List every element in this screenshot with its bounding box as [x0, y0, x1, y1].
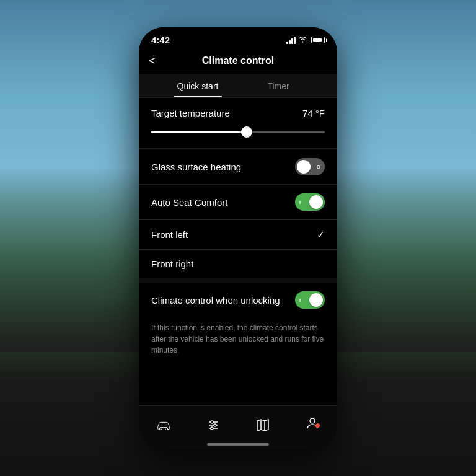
front-right-label: Front right: [151, 258, 193, 269]
temperature-value: 74 °F: [302, 108, 325, 118]
svg-point-1: [165, 427, 168, 430]
front-left-check: ✓: [317, 229, 325, 240]
temperature-slider[interactable]: [151, 126, 325, 138]
phone-frame: 4:42 < Climate control: [139, 27, 337, 449]
slider-thumb[interactable]: [241, 126, 252, 138]
auto-seat-toggle[interactable]: I: [295, 193, 325, 211]
temperature-section: Target temperature 74 °F: [139, 98, 337, 149]
battery-icon: [311, 37, 325, 43]
page-header: < Climate control: [139, 50, 337, 74]
back-button[interactable]: <: [149, 55, 156, 68]
climate-unlocking-toggle[interactable]: I: [295, 291, 325, 309]
svg-point-7: [211, 427, 213, 430]
status-bar: 4:42: [139, 27, 337, 50]
svg-point-5: [211, 421, 213, 423]
toggle-knob-2: [309, 195, 323, 209]
glass-heating-toggle[interactable]: O: [295, 158, 325, 175]
svg-point-0: [160, 427, 162, 430]
toggle-on-label-2: I: [299, 298, 301, 303]
battery-fill: [313, 38, 322, 42]
signal-icon: [286, 37, 296, 44]
nav-item-controls[interactable]: [205, 417, 221, 433]
toggle-off-label: O: [317, 164, 320, 170]
auto-seat-label: Auto Seat Comfort: [151, 197, 227, 208]
home-indicator: [207, 443, 269, 446]
slider-fill: [151, 131, 247, 133]
bottom-nav: [139, 405, 337, 449]
scroll-content: Quick start Timer Target temperature 74 …: [139, 74, 337, 433]
nav-item-profile[interactable]: [304, 415, 320, 435]
toggle-knob: [297, 160, 311, 174]
status-icons: [286, 35, 325, 45]
wifi-icon: [298, 35, 307, 45]
glass-heating-label: Glass surface heating: [151, 162, 241, 172]
slider-track: [151, 131, 325, 133]
section-divider: [139, 278, 337, 283]
toggle-knob-3: [309, 293, 323, 307]
tab-timer[interactable]: Timer: [238, 74, 319, 97]
tabs-container: Quick start Timer: [139, 74, 337, 98]
toggle-on-label: I: [299, 200, 301, 205]
climate-description: If this function is enabled, the climate…: [139, 317, 337, 366]
profile-icon: [304, 415, 320, 431]
climate-unlocking-row: Climate control when unlocking I: [139, 283, 337, 317]
controls-icon: [205, 417, 221, 433]
front-left-row[interactable]: Front left ✓: [139, 220, 337, 249]
glass-heating-row: Glass surface heating O: [139, 149, 337, 184]
map-icon: [255, 417, 271, 433]
front-left-label: Front left: [151, 229, 188, 240]
climate-unlocking-label: Climate control when unlocking: [151, 295, 280, 306]
svg-point-11: [310, 418, 315, 423]
status-time: 4:42: [151, 35, 170, 45]
auto-seat-row: Auto Seat Comfort I: [139, 185, 337, 219]
nav-item-map[interactable]: [255, 417, 271, 433]
svg-point-6: [214, 424, 216, 426]
temperature-label: Target temperature: [151, 108, 230, 118]
notification-badge: [315, 423, 320, 428]
nav-item-car[interactable]: [156, 417, 172, 433]
front-right-row[interactable]: Front right: [139, 250, 337, 278]
temperature-row: Target temperature 74 °F: [151, 108, 325, 118]
car-icon: [156, 417, 172, 433]
svg-marker-8: [257, 420, 268, 431]
page-title: Climate control: [202, 55, 274, 66]
tab-quick-start[interactable]: Quick start: [157, 74, 238, 97]
